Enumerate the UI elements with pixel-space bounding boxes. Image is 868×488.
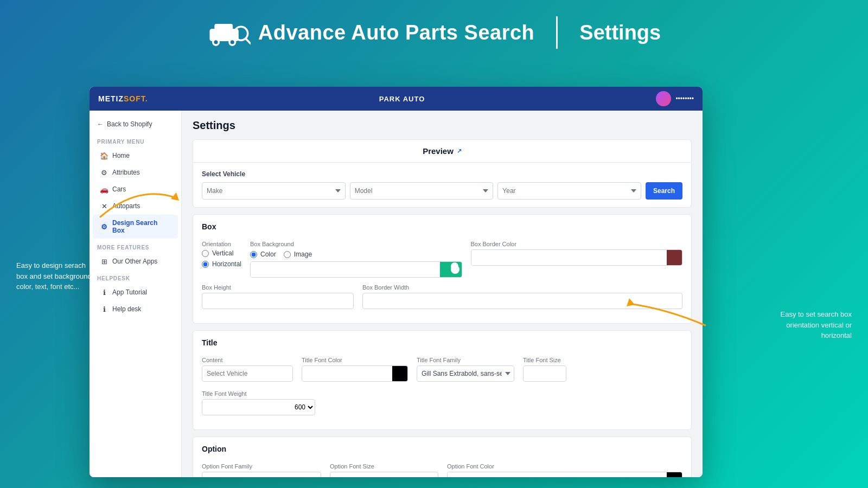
title-content-input[interactable] xyxy=(202,365,293,382)
border-color-group: Box Border Color #782e2e xyxy=(471,241,682,266)
title-font-weight-input-group: 600 600 xyxy=(202,399,315,415)
title-font-size-label: Title Font Size xyxy=(523,357,566,363)
svg-rect-1 xyxy=(214,24,233,31)
car-search-icon xyxy=(207,16,251,49)
vehicle-selects: Make Model Year Search xyxy=(202,182,682,200)
title-content-group: Content xyxy=(202,357,293,382)
sidebar-item-attributes[interactable]: ⚙ Attributes xyxy=(93,164,178,181)
svg-point-4 xyxy=(214,40,218,44)
bg-color-input-group: #ffffff xyxy=(250,261,462,278)
image-radio-label[interactable]: Image xyxy=(284,251,312,258)
option-font-family-input[interactable]: Gill Sans Extrabold, sans-serif xyxy=(202,476,310,477)
helpdesk-icon: ℹ xyxy=(100,305,108,313)
option-font-family-label: Option Font Family xyxy=(202,463,321,470)
orientation-group: Orientation Vertical Horizontal xyxy=(202,241,241,268)
arrow-right-indicator xyxy=(613,287,711,331)
preview-body: Select Vehicle Make Model Year Search xyxy=(193,163,691,207)
title-font-color-input-group: #000000 xyxy=(302,365,408,382)
title-font-color-label: Title Font Color xyxy=(302,357,408,363)
title-font-family-label: Title Font Family xyxy=(417,357,514,363)
color-radio-label[interactable]: Color xyxy=(250,251,276,258)
topbar: METIZSOFT. PARK AUTO •••••••• xyxy=(90,87,703,111)
option-form-row: Option Font Family Gill Sans Extrabold, … xyxy=(202,463,682,477)
page-title: Settings xyxy=(193,119,692,132)
preview-title: Preview xyxy=(423,146,454,156)
make-select[interactable]: Make xyxy=(202,182,346,200)
option-font-size-group: Option Font Size 14 xyxy=(330,463,438,477)
horizontal-radio-label[interactable]: Horizontal xyxy=(202,260,241,268)
title-font-size-group: Title Font Size 20 xyxy=(523,357,566,382)
option-font-color-group: Option Font Color #000000 xyxy=(447,463,682,477)
border-color-input-group: #782e2e xyxy=(471,249,682,266)
box-form-row-2: Box Height 80 Box Border Width 0 xyxy=(202,284,682,309)
helpdesk-label: HELPDESK xyxy=(90,270,181,284)
sidebar-label-tutorial: App Tutorial xyxy=(112,288,147,296)
title-font-size-input[interactable]: 20 xyxy=(523,365,566,382)
horizontal-radio[interactable] xyxy=(202,261,209,268)
bg-color-input[interactable]: #ffffff xyxy=(251,262,439,277)
vertical-radio[interactable] xyxy=(202,250,209,257)
avatar xyxy=(656,91,671,106)
select-vehicle-label: Select Vehicle xyxy=(202,170,682,178)
preview-card: Preview ↗ Select Vehicle Make Model Year xyxy=(193,139,692,208)
home-icon: 🏠 xyxy=(100,152,108,159)
sidebar-item-helpdesk[interactable]: ℹ Help desk xyxy=(93,301,178,317)
title-font-color-group: Title Font Color #000000 xyxy=(302,357,408,382)
header-settings-label: Settings xyxy=(579,21,661,44)
title-font-color-swatch[interactable] xyxy=(392,365,407,382)
header-divider xyxy=(556,16,558,49)
external-link-icon[interactable]: ↗ xyxy=(457,147,462,155)
title-font-weight-group: Title Font Weight 600 600 xyxy=(202,390,315,415)
annotation-right: Easy to set search box orientation verti… xyxy=(770,309,852,341)
background-group: Box Background Color Image xyxy=(250,241,462,278)
option-font-family-input-group: Gill Sans Extrabold, sans-serif xyxy=(202,472,321,477)
sidebar-label-home: Home xyxy=(112,152,130,159)
back-to-shopify[interactable]: ← Back to Shopify xyxy=(90,115,181,133)
title-font-weight-input[interactable]: 600 xyxy=(202,400,292,415)
title-font-family-group: Title Font Family Gill Sans Extrabold, s… xyxy=(417,357,514,382)
primary-menu-label: PRIMARY MENU xyxy=(90,133,181,147)
option-font-family-group: Option Font Family Gill Sans Extrabold, … xyxy=(202,463,321,477)
background-type-group: Color Image xyxy=(250,251,462,258)
border-color-swatch[interactable] xyxy=(667,249,682,266)
option-font-color-swatch[interactable] xyxy=(667,472,682,477)
option-font-size-label: Option Font Size xyxy=(330,463,438,470)
preview-search-button[interactable]: Search xyxy=(646,182,682,200)
image-radio[interactable] xyxy=(284,251,291,258)
topbar-right: •••••••• xyxy=(656,91,694,106)
title-section-title: Title xyxy=(202,338,682,350)
preview-header: Preview ↗ xyxy=(193,140,691,163)
height-input[interactable]: 80 xyxy=(202,293,354,309)
box-form-row-1: Orientation Vertical Horizontal xyxy=(202,241,682,278)
topbar-store-name: PARK AUTO xyxy=(148,95,656,103)
option-section-title: Option xyxy=(202,445,682,457)
sidebar-item-other-apps[interactable]: ⊞ Our Other Apps xyxy=(93,253,178,269)
bg-toggle[interactable] xyxy=(440,261,462,278)
color-radio[interactable] xyxy=(250,251,257,258)
year-select[interactable]: Year xyxy=(497,182,641,200)
sidebar-item-home[interactable]: 🏠 Home xyxy=(93,147,178,164)
option-font-size-input[interactable]: 14 xyxy=(330,472,438,477)
sidebar-item-tutorial[interactable]: ℹ App Tutorial xyxy=(93,284,178,300)
title-font-color-input[interactable]: #000000 xyxy=(302,366,392,381)
option-font-color-input[interactable]: #000000 xyxy=(448,472,667,477)
attributes-icon: ⚙ xyxy=(100,169,108,176)
border-color-input[interactable]: #782e2e xyxy=(471,250,667,265)
title-font-weight-label: Title Font Weight xyxy=(202,390,315,397)
box-section-title: Box xyxy=(202,222,682,234)
arrow-left-indicator xyxy=(95,179,182,222)
design-icon: ⚙ xyxy=(100,223,108,230)
sidebar-label-other-apps: Our Other Apps xyxy=(112,258,157,265)
option-font-color-label: Option Font Color xyxy=(447,463,682,470)
vertical-radio-label[interactable]: Vertical xyxy=(202,249,241,257)
svg-point-5 xyxy=(230,40,234,44)
option-font-family-select[interactable] xyxy=(310,472,321,477)
back-arrow-icon: ← xyxy=(97,120,104,128)
topbar-username: •••••••• xyxy=(675,95,694,102)
orientation-label: Orientation xyxy=(202,241,241,247)
apps-icon: ⊞ xyxy=(100,258,108,265)
title-font-weight-select[interactable]: 600 xyxy=(292,399,315,415)
title-font-family-select[interactable]: Gill Sans Extrabold, sans-serif xyxy=(417,365,514,382)
model-select[interactable]: Model xyxy=(350,182,494,200)
tutorial-icon: ℹ xyxy=(100,288,108,296)
